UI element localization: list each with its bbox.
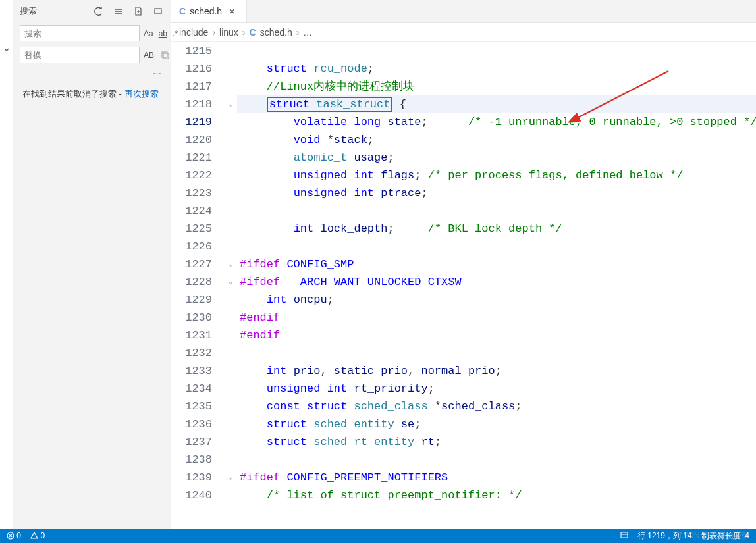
fold-toggle[interactable] bbox=[224, 60, 237, 78]
code-line[interactable]: int oncpu; bbox=[237, 291, 756, 309]
watermark: CSDN @脱缰的野驴 bbox=[677, 530, 749, 542]
fold-toggle[interactable] bbox=[224, 131, 237, 149]
fold-toggle[interactable]: ⌄ bbox=[224, 95, 237, 113]
warnings-count[interactable]: 0 bbox=[30, 531, 45, 540]
code-line[interactable]: struct sched_rt_entity rt; bbox=[237, 433, 756, 451]
refresh-icon[interactable] bbox=[93, 5, 105, 17]
search-again-link[interactable]: 再次搜索 bbox=[124, 89, 159, 99]
code-line[interactable]: atomic_t usage; bbox=[237, 149, 756, 167]
code-line[interactable]: const struct sched_class *sched_class; bbox=[237, 398, 756, 415]
svg-rect-1 bbox=[162, 52, 167, 57]
fold-toggle[interactable] bbox=[224, 362, 237, 380]
fold-toggle[interactable] bbox=[224, 344, 237, 362]
fold-toggle[interactable] bbox=[224, 398, 237, 415]
code-line[interactable]: void *stack; bbox=[237, 131, 756, 149]
code-line[interactable]: unsigned int flags; /* per process flags… bbox=[237, 167, 756, 184]
panel-title: 搜索 bbox=[20, 5, 86, 17]
collapse-icon[interactable] bbox=[152, 5, 164, 17]
code-line[interactable]: #ifdef CONFIG_PREEMPT_NOTIFIERS bbox=[237, 469, 756, 486]
match-word-toggle[interactable]: ab bbox=[159, 29, 167, 38]
code-line[interactable]: int prio, static_prio, normal_prio; bbox=[237, 362, 756, 380]
search-panel: 搜索 Aa ab .* AB ⋯ 在找到结果前取消了搜 bbox=[13, 0, 171, 529]
new-file-icon[interactable] bbox=[132, 5, 144, 17]
code-line[interactable] bbox=[237, 42, 756, 60]
fold-toggle[interactable]: ⌄ bbox=[224, 255, 237, 273]
code-line[interactable]: unsigned int rt_priority; bbox=[237, 380, 756, 398]
tab-bar: C sched.h ✕ bbox=[171, 0, 756, 23]
code-line[interactable] bbox=[237, 238, 756, 255]
editor: C sched.h ✕ include› linux› C sched.h› …… bbox=[171, 0, 756, 529]
fold-toggle[interactable] bbox=[224, 238, 237, 255]
clear-icon[interactable] bbox=[113, 5, 124, 17]
code-line[interactable]: unsigned int ptrace; bbox=[237, 184, 756, 202]
errors-count[interactable]: 0 bbox=[7, 531, 21, 540]
close-icon[interactable]: ✕ bbox=[226, 7, 238, 16]
fold-toggle[interactable] bbox=[224, 415, 237, 433]
fold-toggle[interactable] bbox=[224, 380, 237, 398]
code-line[interactable]: #ifdef CONFIG_SMP bbox=[237, 255, 756, 273]
code-line[interactable]: #endif bbox=[237, 309, 756, 326]
tab-sched-h[interactable]: C sched.h ✕ bbox=[171, 0, 247, 22]
fold-toggle[interactable] bbox=[224, 291, 237, 309]
code-line[interactable]: /* list of struct preempt_notifier: */ bbox=[237, 486, 756, 504]
panel-collapse[interactable] bbox=[0, 0, 13, 529]
fold-toggle[interactable] bbox=[224, 42, 237, 60]
code-line[interactable] bbox=[237, 451, 756, 469]
fold-toggle[interactable] bbox=[224, 167, 237, 184]
fold-toggle[interactable] bbox=[224, 433, 237, 451]
tab-label: sched.h bbox=[190, 6, 222, 16]
fold-toggle[interactable] bbox=[224, 326, 237, 344]
code-line[interactable] bbox=[237, 344, 756, 362]
annotation-arrow bbox=[563, 65, 682, 130]
code-line[interactable]: #ifdef __ARCH_WANT_UNLOCKED_CTXSW bbox=[237, 273, 756, 291]
fold-toggle[interactable] bbox=[224, 220, 237, 238]
code-line[interactable]: struct sched_entity se; bbox=[237, 415, 756, 433]
fold-toggle[interactable]: ⌄ bbox=[224, 469, 237, 486]
svg-rect-2 bbox=[163, 53, 169, 59]
preserve-case-toggle[interactable]: AB bbox=[144, 51, 154, 60]
fold-toggle[interactable] bbox=[224, 486, 237, 504]
replace-all-icon[interactable] bbox=[159, 49, 171, 61]
code-line[interactable] bbox=[237, 202, 756, 220]
fold-toggle[interactable]: ⌄ bbox=[224, 273, 237, 291]
fold-toggle[interactable] bbox=[224, 184, 237, 202]
svg-rect-5 bbox=[621, 532, 628, 538]
code-line[interactable]: #endif bbox=[237, 326, 756, 344]
fold-toggle[interactable] bbox=[224, 78, 237, 95]
search-input[interactable] bbox=[20, 25, 140, 41]
fold-toggle[interactable] bbox=[224, 149, 237, 167]
search-status-message: 在找到结果前取消了搜索 - 再次搜索 bbox=[13, 81, 171, 108]
code-line[interactable]: int lock_depth; /* BKL lock depth */ bbox=[237, 220, 756, 238]
status-bar: 0 0 行 1219，列 14 制表符长度: 4 CSDN @脱缰的野驴 bbox=[0, 529, 756, 543]
fold-toggle[interactable] bbox=[224, 309, 237, 326]
svg-rect-0 bbox=[155, 9, 161, 14]
c-file-icon: C bbox=[179, 6, 186, 16]
fold-toggle[interactable] bbox=[224, 202, 237, 220]
replace-input[interactable] bbox=[20, 47, 140, 63]
match-case-toggle[interactable]: Aa bbox=[144, 29, 153, 38]
layout-icon[interactable] bbox=[620, 531, 628, 541]
fold-toggle[interactable] bbox=[224, 113, 237, 131]
breadcrumb[interactable]: include› linux› C sched.h› … bbox=[171, 23, 756, 42]
fold-toggle[interactable] bbox=[224, 451, 237, 469]
svg-line-3 bbox=[576, 71, 668, 118]
